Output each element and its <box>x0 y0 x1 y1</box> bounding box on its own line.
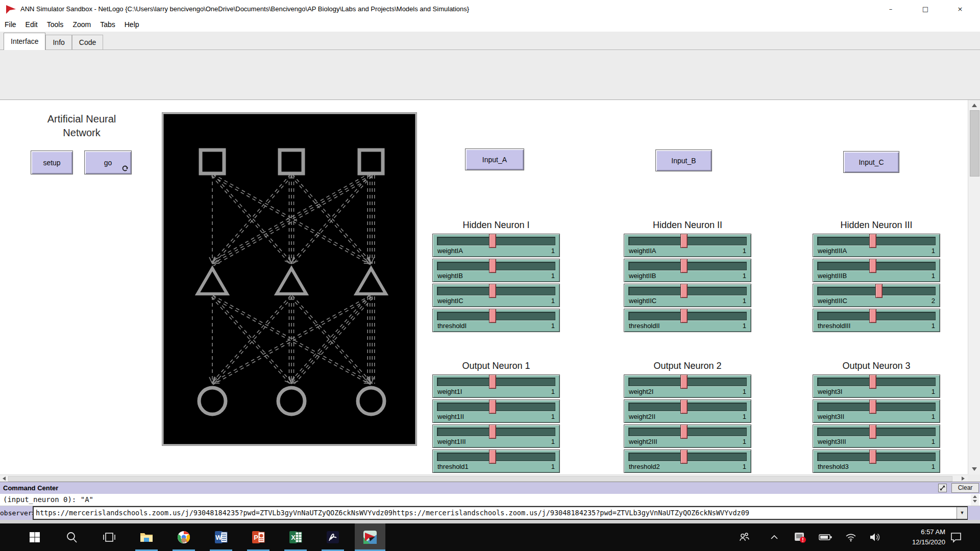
slider-threshold1[interactable]: threshold11 <box>432 449 560 473</box>
file-explorer-button[interactable] <box>131 523 162 551</box>
slider-weightIA[interactable]: weightIA1 <box>432 234 560 257</box>
slider-handle[interactable] <box>875 284 883 298</box>
slider-weight2III[interactable]: weight2III1 <box>624 424 751 448</box>
slider-handle[interactable] <box>869 424 876 439</box>
horizontal-scrollbar-thumb[interactable] <box>8 476 952 482</box>
observer-prompt[interactable]: observer> <box>0 506 33 520</box>
slider-weightIC[interactable]: weightIC1 <box>432 284 560 307</box>
menu-edit[interactable]: Edit <box>21 18 42 31</box>
slider-groove[interactable] <box>628 403 747 411</box>
output-mini-scrollbar[interactable] <box>971 494 979 506</box>
slider-thresholdII[interactable]: thresholdII1 <box>624 309 751 332</box>
slider-handle[interactable] <box>869 234 876 248</box>
slider-groove[interactable] <box>437 453 555 461</box>
tab-interface[interactable]: Interface <box>4 33 45 50</box>
slider-weightIIIA[interactable]: weightIIIA1 <box>813 234 940 257</box>
command-input[interactable]: https://mercerislandschools.zoom.us/j/93… <box>33 506 968 520</box>
slider-weight3III[interactable]: weight3III1 <box>813 424 940 448</box>
slider-handle[interactable] <box>869 449 876 464</box>
slider-weightIIIC[interactable]: weightIIIC2 <box>813 284 940 307</box>
word-button[interactable]: W <box>206 523 236 551</box>
slider-handle[interactable] <box>489 399 496 414</box>
slider-handle[interactable] <box>680 399 688 414</box>
wifi-icon[interactable] <box>842 523 860 551</box>
menu-tools[interactable]: Tools <box>42 18 68 31</box>
slider-handle[interactable] <box>869 374 876 389</box>
slider-weightIB[interactable]: weightIB1 <box>432 259 560 282</box>
slider-handle[interactable] <box>680 374 688 389</box>
volume-icon[interactable] <box>866 523 884 551</box>
minimize-button[interactable]: – <box>876 0 905 18</box>
input-a-button[interactable]: Input_A <box>465 148 524 170</box>
acrobat-button[interactable] <box>317 523 348 551</box>
start-button[interactable] <box>19 523 50 551</box>
slider-handle[interactable] <box>680 309 688 323</box>
scroll-down-arrow[interactable] <box>970 465 978 473</box>
slider-handle[interactable] <box>489 234 496 248</box>
people-icon[interactable] <box>736 523 753 551</box>
slider-weightIIC[interactable]: weightIIC1 <box>624 284 751 307</box>
setup-button[interactable]: setup <box>31 151 73 174</box>
slider-weight3II[interactable]: weight3II1 <box>813 399 940 423</box>
slider-groove[interactable] <box>628 237 747 245</box>
excel-button[interactable]: X <box>280 523 311 551</box>
slider-groove[interactable] <box>817 312 936 320</box>
slider-groove[interactable] <box>628 453 747 461</box>
slider-groove[interactable] <box>628 262 747 270</box>
slider-weight1II[interactable]: weight1II1 <box>432 399 560 423</box>
slider-weight1III[interactable]: weight1III1 <box>432 424 560 448</box>
netlogo-taskbar-button[interactable] <box>355 523 385 551</box>
slider-groove[interactable] <box>437 378 555 386</box>
horizontal-scrollbar[interactable] <box>0 474 968 482</box>
slider-weightIIA[interactable]: weightIIA1 <box>624 234 751 257</box>
slider-weightIIIB[interactable]: weightIIIB1 <box>813 259 940 282</box>
slider-groove[interactable] <box>817 378 936 386</box>
menu-help[interactable]: Help <box>120 18 144 31</box>
slider-weight2I[interactable]: weight2I1 <box>624 374 751 398</box>
tray-app-notification-icon[interactable]: ! <box>791 523 808 551</box>
tab-info[interactable]: Info <box>45 35 71 49</box>
maximize-button[interactable]: □ <box>911 0 940 18</box>
scroll-up-arrow[interactable] <box>970 101 978 109</box>
action-center-icon[interactable] <box>947 523 965 551</box>
scroll-right-arrow[interactable] <box>960 476 967 481</box>
slider-threshold2[interactable]: threshold21 <box>624 449 751 473</box>
slider-handle[interactable] <box>680 284 688 298</box>
slider-groove[interactable] <box>437 403 555 411</box>
slider-groove[interactable] <box>628 428 747 436</box>
slider-thresholdIII[interactable]: thresholdIII1 <box>813 309 940 332</box>
slider-thresholdI[interactable]: thresholdI1 <box>432 309 560 332</box>
slider-handle[interactable] <box>489 284 496 298</box>
slider-handle[interactable] <box>680 234 688 248</box>
slider-handle[interactable] <box>489 259 496 273</box>
slider-handle[interactable] <box>489 424 496 439</box>
tab-code[interactable]: Code <box>72 35 103 49</box>
history-dropdown-icon[interactable]: ▼ <box>957 507 967 519</box>
input-b-button[interactable]: Input_B <box>655 149 712 171</box>
menu-file[interactable]: File <box>0 18 21 31</box>
slider-handle[interactable] <box>869 399 876 414</box>
slider-groove[interactable] <box>817 403 936 411</box>
clear-button[interactable]: Clear <box>951 483 979 493</box>
slider-handle[interactable] <box>869 259 876 273</box>
slider-weight1I[interactable]: weight1I1 <box>432 374 560 398</box>
slider-groove[interactable] <box>817 428 936 436</box>
slider-groove[interactable] <box>628 378 747 386</box>
slider-groove[interactable] <box>817 287 936 295</box>
slider-weight2II[interactable]: weight2II1 <box>624 399 751 423</box>
scroll-left-arrow[interactable] <box>1 476 8 481</box>
menu-zoom[interactable]: Zoom <box>68 18 95 31</box>
slider-handle[interactable] <box>489 449 496 464</box>
slider-groove[interactable] <box>437 237 555 245</box>
chrome-button[interactable] <box>168 523 199 551</box>
slider-groove[interactable] <box>628 312 747 320</box>
world-view[interactable] <box>162 113 416 445</box>
slider-threshold3[interactable]: threshold31 <box>813 449 940 473</box>
tray-chevron-up-icon[interactable] <box>766 523 783 551</box>
vertical-scrollbar[interactable] <box>968 100 980 474</box>
slider-weightIIB[interactable]: weightIIB1 <box>624 259 751 282</box>
slider-groove[interactable] <box>817 237 936 245</box>
taskbar-clock[interactable]: 6:57 AM 12/15/2020 <box>889 527 945 547</box>
menu-tabs[interactable]: Tabs <box>95 18 120 31</box>
slider-groove[interactable] <box>817 262 936 270</box>
